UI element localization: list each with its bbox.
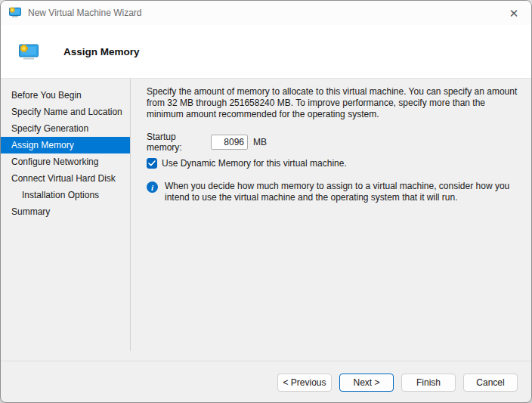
info-note: i When you decide how much memory to ass… bbox=[147, 181, 518, 203]
sidebar-item-assign-memory[interactable]: Assign Memory bbox=[1, 137, 130, 153]
vm-wizard-icon bbox=[8, 6, 22, 20]
close-icon[interactable]: ✕ bbox=[496, 1, 531, 25]
window-title: New Virtual Machine Wizard bbox=[28, 8, 142, 18]
wizard-steps-sidebar: Before You Begin Specify Name and Locati… bbox=[1, 79, 131, 351]
sidebar-item-before-you-begin[interactable]: Before You Begin bbox=[1, 87, 130, 104]
next-button[interactable]: Next > bbox=[339, 374, 394, 392]
sidebar-item-specify-generation[interactable]: Specify Generation bbox=[1, 120, 130, 137]
new-vm-wizard-dialog: New Virtual Machine Wizard ✕ Assign Memo… bbox=[0, 0, 532, 403]
wizard-header: Assign Memory bbox=[1, 25, 531, 79]
previous-button[interactable]: < Previous bbox=[277, 374, 332, 392]
dynamic-memory-checkbox[interactable] bbox=[147, 158, 157, 169]
startup-memory-input[interactable] bbox=[211, 135, 248, 150]
startup-memory-label: Startup memory: bbox=[147, 132, 211, 153]
wizard-footer: < Previous Next > Finish Cancel bbox=[1, 361, 531, 403]
wizard-body: Before You Begin Specify Name and Locati… bbox=[1, 79, 531, 361]
sidebar-item-summary[interactable]: Summary bbox=[1, 203, 130, 220]
dynamic-memory-label[interactable]: Use Dynamic Memory for this virtual mach… bbox=[162, 158, 347, 169]
assign-memory-content: Specify the amount of memory to allocate… bbox=[131, 79, 531, 361]
dynamic-memory-row: Use Dynamic Memory for this virtual mach… bbox=[147, 158, 518, 169]
sidebar-item-specify-name-and-location[interactable]: Specify Name and Location bbox=[1, 104, 130, 120]
sidebar-item-installation-options[interactable]: Installation Options bbox=[1, 187, 130, 203]
sidebar-item-connect-virtual-hard-disk[interactable]: Connect Virtual Hard Disk bbox=[1, 170, 130, 187]
startup-memory-row: Startup memory: MB bbox=[147, 132, 518, 153]
page-title: Assign Memory bbox=[63, 46, 140, 57]
assign-memory-page-icon bbox=[17, 42, 40, 64]
title-bar: New Virtual Machine Wizard ✕ bbox=[1, 1, 531, 25]
sidebar-item-configure-networking[interactable]: Configure Networking bbox=[1, 153, 130, 170]
info-text: When you decide how much memory to assig… bbox=[165, 181, 518, 203]
finish-button[interactable]: Finish bbox=[401, 374, 456, 392]
cancel-button[interactable]: Cancel bbox=[463, 374, 518, 392]
memory-unit-label: MB bbox=[253, 137, 267, 147]
memory-description: Specify the amount of memory to allocate… bbox=[147, 86, 518, 120]
info-icon: i bbox=[147, 181, 158, 193]
